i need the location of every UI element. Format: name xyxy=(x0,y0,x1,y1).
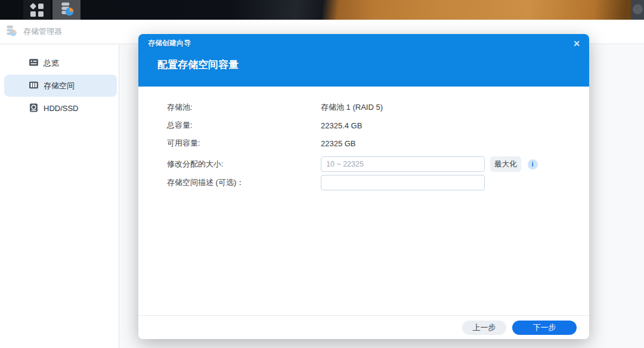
allocated-size-input[interactable] xyxy=(321,156,485,172)
storage-pool-value: 存储池 1 (RAID 5) xyxy=(321,102,383,113)
sidebar-item-label: 存储空间 xyxy=(44,81,75,91)
available-capacity-row: 可用容量: 22325 GB xyxy=(167,134,589,152)
storage-creation-wizard-dialog: 存储创建向导 ✕ 配置存储空间容量 存储池: 存储池 1 (RAID 5) 总容… xyxy=(138,34,589,339)
dialog-footer: 上一步 下一步 xyxy=(138,315,589,339)
dialog-title: 存储创建向导 xyxy=(148,38,191,48)
description-label: 存储空间描述 (可选)： xyxy=(167,177,321,188)
storage-pool-label: 存储池: xyxy=(167,102,321,113)
sidebar-item-label: 总览 xyxy=(44,58,59,69)
storage-space-icon xyxy=(29,80,39,92)
storage-pool-row: 存储池: 存储池 1 (RAID 5) xyxy=(167,98,589,116)
sidebar: 总览 存储空间 xyxy=(0,45,119,348)
sidebar-item-hdd-ssd[interactable]: HDD/SSD xyxy=(4,97,117,119)
dialog-header: 存储创建向导 ✕ 配置存储空间容量 xyxy=(138,34,589,87)
description-row: 存储空间描述 (可选)： xyxy=(167,175,589,190)
maximize-button[interactable]: 最大化 xyxy=(490,156,521,172)
total-capacity-label: 总容量: xyxy=(167,120,321,131)
storage-manager-icon xyxy=(59,1,75,19)
available-capacity-value: 22325 GB xyxy=(321,139,356,148)
storage-manager-app-icon xyxy=(5,24,17,39)
main-menu-button[interactable] xyxy=(21,0,52,20)
dialog-body: 存储池: 存储池 1 (RAID 5) 总容量: 22325.4 GB 可用容量… xyxy=(138,87,589,315)
app-title: 存储管理器 xyxy=(23,26,62,37)
main-menu-icon xyxy=(30,4,44,17)
sidebar-item-label: HDD/SSD xyxy=(44,104,79,113)
sidebar-item-overview[interactable]: 总览 xyxy=(4,52,117,74)
total-capacity-value: 22325.4 GB xyxy=(321,121,362,130)
dialog-titlebar[interactable]: 存储创建向导 ✕ xyxy=(138,34,589,53)
total-capacity-row: 总容量: 22325.4 GB xyxy=(167,116,589,134)
hdd-ssd-icon xyxy=(29,103,39,115)
allocated-size-row: 修改分配的大小: 最大化 i xyxy=(167,156,589,172)
description-input[interactable] xyxy=(321,175,485,190)
dialog-step-heading: 配置存储空间容量 xyxy=(138,53,589,72)
desktop-taskbar xyxy=(0,0,644,20)
sidebar-item-storage-space[interactable]: 存储空间 xyxy=(4,75,117,97)
storage-manager-taskbar-button[interactable] xyxy=(52,0,80,20)
info-icon[interactable]: i xyxy=(528,159,538,170)
allocated-size-label: 修改分配的大小: xyxy=(167,159,321,170)
taskbar-tray-edge xyxy=(631,0,644,20)
close-icon[interactable]: ✕ xyxy=(573,39,580,48)
tray-icon xyxy=(633,4,643,14)
screen: 存储管理器 总览 xyxy=(0,0,644,348)
back-button[interactable]: 上一步 xyxy=(462,321,506,335)
overview-icon xyxy=(29,57,39,69)
available-capacity-label: 可用容量: xyxy=(167,138,321,149)
next-button[interactable]: 下一步 xyxy=(512,321,577,335)
